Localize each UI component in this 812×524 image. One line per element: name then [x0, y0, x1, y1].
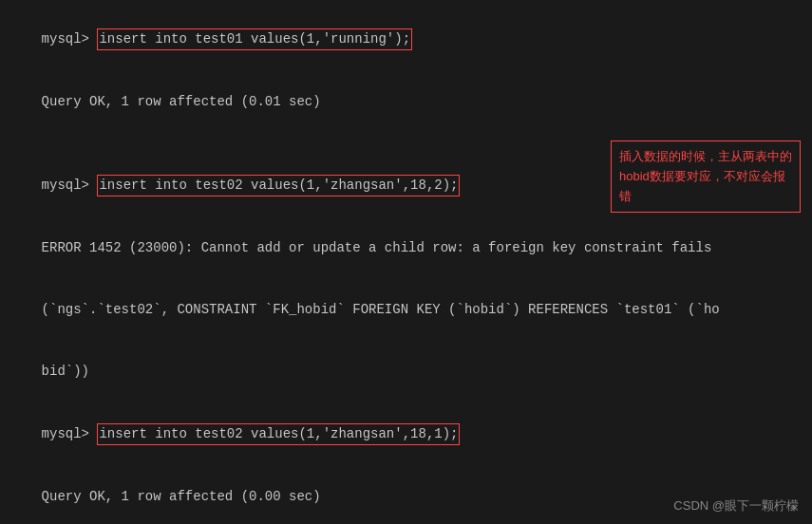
- output-2: Query OK, 1 row affected (0.01 sec): [42, 94, 321, 109]
- line-7: bid`)): [9, 341, 803, 402]
- cmd-1: insert into test01 values(1,'running');: [97, 28, 412, 51]
- prompt-8: mysql>: [42, 426, 98, 441]
- output-7: bid`)): [42, 364, 89, 379]
- prompt-4: mysql>: [42, 178, 98, 193]
- line-6: (`ngs`.`test02`, CONSTRAINT `FK_hobid` F…: [9, 279, 803, 341]
- terminal-window: mysql> insert into test01 values(1,'runn…: [0, 0, 812, 524]
- cmd-8: insert into test02 values(1,'zhangsan',1…: [97, 423, 460, 446]
- annotation-box: 插入数据的时候，主从两表中的 hobid数据要对应，不对应会报错: [611, 140, 801, 213]
- output-5: ERROR 1452 (23000): Cannot add or update…: [42, 240, 712, 255]
- annotation-text: 插入数据的时候，主从两表中的 hobid数据要对应，不对应会报错: [619, 149, 792, 203]
- line-2: Query OK, 1 row affected (0.01 sec): [9, 71, 803, 133]
- watermark-text: CSDN @眼下一颗柠檬: [673, 498, 799, 513]
- prompt-1: mysql>: [42, 31, 98, 47]
- output-9: Query OK, 1 row affected (0.00 sec): [42, 489, 321, 504]
- cmd-4: insert into test02 values(1,'zhangsan',1…: [97, 175, 460, 197]
- output-6: (`ngs`.`test02`, CONSTRAINT `FK_hobid` F…: [42, 302, 720, 317]
- line-1: mysql> insert into test01 values(1,'runn…: [9, 8, 803, 71]
- line-5: ERROR 1452 (23000): Cannot add or update…: [9, 217, 803, 279]
- line-9: Query OK, 1 row affected (0.00 sec): [9, 466, 803, 524]
- watermark: CSDN @眼下一颗柠檬: [673, 497, 799, 515]
- line-8: mysql> insert into test02 values(1,'zhan…: [9, 402, 803, 466]
